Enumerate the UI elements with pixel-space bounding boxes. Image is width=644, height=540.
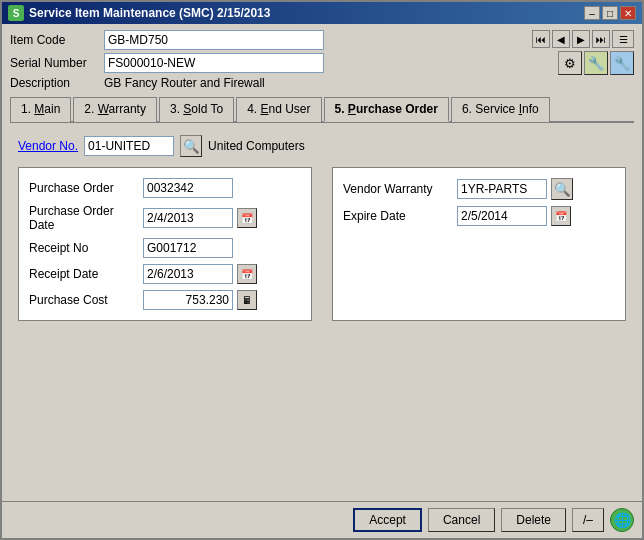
minimize-button[interactable]: – [584, 6, 600, 20]
left-fields-panel: Purchase Order Purchase Order Date 📅 Rec… [18, 167, 312, 321]
serial-number-row: Serial Number [10, 53, 324, 73]
main-window: S Service Item Maintenance (SMC) 2/15/20… [0, 0, 644, 540]
settings-button-2[interactable]: 🔧 [584, 51, 608, 75]
close-button[interactable]: ✕ [620, 6, 636, 20]
tab-purchase-order-label: 5. Purchase Order [335, 102, 438, 116]
purchase-order-date-input[interactable] [143, 208, 233, 228]
tab-warranty-label: 2. Warranty [84, 102, 146, 116]
purchase-order-label: Purchase Order [29, 181, 139, 195]
vendor-row: Vendor No. 🔍 United Computers [18, 135, 626, 157]
nav-next-button[interactable]: ▶ [572, 30, 590, 48]
calendar-icon: 📅 [241, 213, 253, 224]
search-icon-2: 🔍 [554, 182, 571, 197]
purchase-order-date-label: Purchase Order Date [29, 204, 139, 232]
receipt-date-row: Receipt Date 📅 [29, 264, 301, 284]
tab-main-label: 1. Main [21, 102, 60, 116]
receipt-date-calendar-button[interactable]: 📅 [237, 264, 257, 284]
nav-last-button[interactable]: ⏭ [592, 30, 610, 48]
description-label: Description [10, 76, 100, 90]
vendor-warranty-input[interactable] [457, 179, 547, 199]
purchase-order-date-calendar-button[interactable]: 📅 [237, 208, 257, 228]
purchase-order-row: Purchase Order [29, 178, 301, 198]
purchase-cost-label: Purchase Cost [29, 293, 139, 307]
vendor-warranty-search-button[interactable]: 🔍 [551, 178, 573, 200]
vendor-no-link[interactable]: Vendor No. [18, 139, 78, 153]
receipt-date-label: Receipt Date [29, 267, 139, 281]
globe-icon: 🌐 [614, 512, 631, 528]
calendar-icon-3: 📅 [555, 211, 567, 222]
nav-prev-button[interactable]: ◀ [552, 30, 570, 48]
title-bar: S Service Item Maintenance (SMC) 2/15/20… [2, 2, 642, 24]
maximize-button[interactable]: □ [602, 6, 618, 20]
calendar-icon-2: 📅 [241, 269, 253, 280]
settings-button-3[interactable]: 🔧 [610, 51, 634, 75]
app-icon: S [8, 5, 24, 21]
receipt-date-input[interactable] [143, 264, 233, 284]
vendor-warranty-row: Vendor Warranty 🔍 [343, 178, 615, 200]
accept-button[interactable]: Accept [353, 508, 422, 532]
tab-sold-to-label: 3. Sold To [170, 102, 223, 116]
expire-date-input[interactable] [457, 206, 547, 226]
window-controls: – □ ✕ [584, 6, 636, 20]
tab-sold-to[interactable]: 3. Sold To [159, 97, 234, 122]
delete-button[interactable]: Delete [501, 508, 566, 532]
serial-number-label: Serial Number [10, 56, 100, 70]
tab-end-user[interactable]: 4. End User [236, 97, 321, 122]
purchase-cost-calculator-button[interactable]: 🖩 [237, 290, 257, 310]
window-title: Service Item Maintenance (SMC) 2/15/2013 [29, 6, 270, 20]
right-fields-panel: Vendor Warranty 🔍 Expire Date 📅 [332, 167, 626, 321]
tabs-row: 1. Main 2. Warranty 3. Sold To 4. End Us… [10, 96, 634, 123]
tab-main[interactable]: 1. Main [10, 97, 71, 122]
tab-end-user-label: 4. End User [247, 102, 310, 116]
globe-button[interactable]: 🌐 [610, 508, 634, 532]
settings-button-1[interactable]: ⚙ [558, 51, 582, 75]
vendor-warranty-label: Vendor Warranty [343, 182, 453, 196]
receipt-no-row: Receipt No [29, 238, 301, 258]
receipt-no-label: Receipt No [29, 241, 139, 255]
item-code-input[interactable] [104, 30, 324, 50]
expire-date-calendar-button[interactable]: 📅 [551, 206, 571, 226]
purchase-order-input[interactable] [143, 178, 233, 198]
item-code-label: Item Code [10, 33, 100, 47]
tab-warranty[interactable]: 2. Warranty [73, 97, 157, 122]
item-code-row: Item Code [10, 30, 324, 50]
vendor-search-button[interactable]: 🔍 [180, 135, 202, 157]
nav-list-button[interactable]: ☰ [612, 30, 634, 48]
purchase-cost-input[interactable] [143, 290, 233, 310]
expire-date-label: Expire Date [343, 209, 453, 223]
cancel-button[interactable]: Cancel [428, 508, 495, 532]
dash-button[interactable]: /– [572, 508, 604, 532]
vendor-name-label: United Computers [208, 139, 305, 153]
two-panel: Purchase Order Purchase Order Date 📅 Rec… [18, 167, 626, 321]
search-icon: 🔍 [183, 139, 200, 154]
calculator-icon: 🖩 [242, 295, 252, 306]
content-area: Item Code Serial Number Description GB F… [2, 24, 642, 501]
purchase-order-date-row: Purchase Order Date 📅 [29, 204, 301, 232]
tab-service-info-label: 6. Service Info [462, 102, 539, 116]
purchase-cost-row: Purchase Cost 🖩 [29, 290, 301, 310]
description-value: GB Fancy Router and Firewall [104, 76, 265, 90]
tab-purchase-order[interactable]: 5. Purchase Order [324, 97, 449, 122]
tab-service-info[interactable]: 6. Service Info [451, 97, 550, 122]
nav-first-button[interactable]: ⏮ [532, 30, 550, 48]
purchase-order-panel: Vendor No. 🔍 United Computers Purchase O… [10, 127, 634, 495]
serial-number-input[interactable] [104, 53, 324, 73]
vendor-no-input[interactable] [84, 136, 174, 156]
receipt-no-input[interactable] [143, 238, 233, 258]
expire-date-row: Expire Date 📅 [343, 206, 615, 226]
bottom-bar: Accept Cancel Delete /– 🌐 [2, 501, 642, 538]
description-row: Description GB Fancy Router and Firewall [10, 76, 324, 90]
